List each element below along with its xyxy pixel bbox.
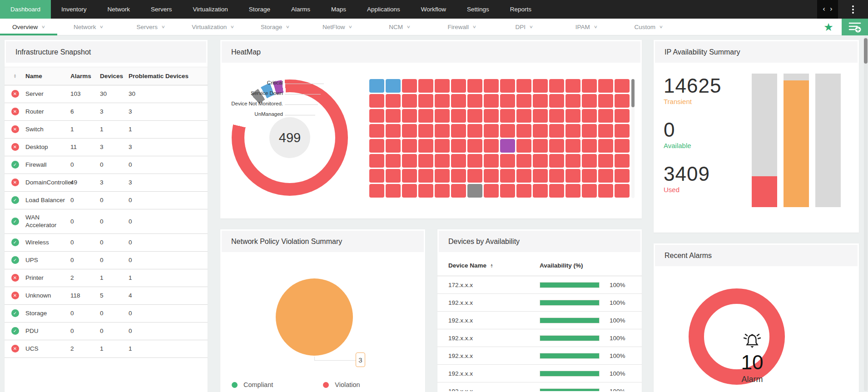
tab-netflow[interactable]: NetFlow∨ — [306, 19, 368, 35]
heatmap-cell-unmanaged[interactable] — [467, 184, 482, 198]
heatmap-cell-critical[interactable] — [467, 94, 482, 108]
heatmap-cell-critical[interactable] — [582, 79, 597, 93]
nav-scroll-right-icon[interactable]: › — [830, 6, 833, 13]
heatmap-cell-critical[interactable] — [369, 109, 384, 123]
tab-virtualization[interactable]: Virtualization∨ — [182, 19, 244, 35]
tab-dpi[interactable]: DPI∨ — [493, 19, 555, 35]
table-row[interactable]: 192.x.x.x100% — [437, 382, 642, 391]
table-row[interactable]: 192.x.x.x100% — [437, 294, 642, 312]
heatmap-cell-critical[interactable] — [435, 94, 450, 108]
heatmap-cell-critical[interactable] — [386, 139, 401, 153]
heatmap-cell-critical[interactable] — [467, 109, 482, 123]
heatmap-cell-critical[interactable] — [435, 139, 450, 153]
heatmap-cell-critical[interactable] — [516, 124, 531, 138]
heatmap-cell-critical[interactable] — [500, 169, 515, 183]
heatmap-cell-critical[interactable] — [549, 109, 564, 123]
tab-firewall[interactable]: Firewall∨ — [431, 19, 493, 35]
heatmap-cell-critical[interactable] — [451, 109, 466, 123]
table-row[interactable]: ✓UPS000 — [5, 252, 208, 269]
heatmap-cell-critical[interactable] — [516, 109, 531, 123]
heatmap-cell-critical[interactable] — [484, 184, 499, 198]
heatmap-cell-critical[interactable] — [500, 94, 515, 108]
nav-item-servers[interactable]: Servers — [140, 0, 183, 19]
heatmap-cell-critical[interactable] — [549, 139, 564, 153]
heatmap-cell-critical[interactable] — [582, 184, 597, 198]
heatmap-cell-critical[interactable] — [386, 169, 401, 183]
table-row[interactable]: ✕Printer211 — [5, 269, 208, 287]
heatmap-cell-critical[interactable] — [500, 124, 515, 138]
heatmap-cell-critical[interactable] — [565, 79, 580, 93]
heatmap-cell-critical[interactable] — [418, 184, 433, 198]
table-row[interactable]: 192.x.x.x100% — [437, 365, 642, 382]
heatmap-cell-critical[interactable] — [467, 79, 482, 93]
heatmap-cell-critical[interactable] — [418, 124, 433, 138]
heatmap-cell-critical[interactable] — [549, 169, 564, 183]
tab-network[interactable]: Network∨ — [57, 19, 119, 35]
heatmap-cell-critical[interactable] — [533, 184, 548, 198]
heatmap-cell-critical[interactable] — [369, 139, 384, 153]
heatmap-cell-critical[interactable] — [565, 109, 580, 123]
heatmap-cell-critical[interactable] — [435, 109, 450, 123]
legend-item[interactable]: UnManaged — [220, 109, 283, 119]
table-row[interactable]: ✕Unknown11854 — [5, 287, 208, 305]
heatmap-cell-critical[interactable] — [467, 154, 482, 168]
col-device-name[interactable]: Device Name ▲▼ — [448, 262, 540, 269]
heatmap-cell-critical[interactable] — [598, 154, 613, 168]
heatmap-cell-critical[interactable] — [451, 139, 466, 153]
heatmap-cell-critical[interactable] — [418, 139, 433, 153]
table-row[interactable]: ✕UCS211 — [5, 340, 208, 358]
heatmap-cell-critical[interactable] — [484, 94, 499, 108]
heatmap-cell-critical[interactable] — [435, 169, 450, 183]
heatmap-cell-device_not_monitored[interactable] — [386, 79, 401, 93]
heatmap-cell-critical[interactable] — [516, 184, 531, 198]
heatmap-cell-critical[interactable] — [516, 79, 531, 93]
heatmap-cell-critical[interactable] — [418, 169, 433, 183]
table-row[interactable]: ✕DomainController4933 — [5, 174, 208, 192]
heatmap-cell-critical[interactable] — [516, 139, 531, 153]
heatmap-cell-critical[interactable] — [402, 139, 417, 153]
table-row[interactable]: ✓Load Balancer000 — [5, 192, 208, 209]
heatmap-cell-critical[interactable] — [451, 184, 466, 198]
heatmap-cell-critical[interactable] — [598, 94, 613, 108]
heatmap-cell-critical[interactable] — [386, 124, 401, 138]
heatmap-cell-service_down[interactable] — [500, 139, 515, 153]
tab-storage[interactable]: Storage∨ — [244, 19, 306, 35]
legend-item-compliant[interactable]: Compliant — [232, 381, 273, 388]
table-row[interactable]: 192.x.x.x100% — [437, 312, 642, 329]
heatmap-cell-critical[interactable] — [484, 169, 499, 183]
heatmap-cell-critical[interactable] — [549, 124, 564, 138]
heatmap-cell-critical[interactable] — [549, 154, 564, 168]
more-menu-icon[interactable] — [838, 0, 868, 19]
nav-item-reports[interactable]: Reports — [500, 0, 542, 19]
heatmap-cell-critical[interactable] — [565, 184, 580, 198]
legend-item[interactable]: Service Down — [220, 88, 283, 99]
heatmap-cell-critical[interactable] — [484, 139, 499, 153]
nav-item-virtualization[interactable]: Virtualization — [183, 0, 238, 19]
nav-item-maps[interactable]: Maps — [321, 0, 357, 19]
heatmap-cell-critical[interactable] — [435, 79, 450, 93]
table-row[interactable]: ✕Router633 — [5, 103, 208, 121]
table-row[interactable]: ✕Desktop1133 — [5, 139, 208, 156]
heatmap-cell-critical[interactable] — [369, 169, 384, 183]
heatmap-cell-critical[interactable] — [500, 154, 515, 168]
heatmap-cell-critical[interactable] — [598, 139, 613, 153]
col-name[interactable]: Name — [25, 73, 70, 80]
heatmap-cell-critical[interactable] — [386, 184, 401, 198]
heatmap-cell-critical[interactable] — [615, 154, 630, 168]
heatmap-cell-critical[interactable] — [402, 124, 417, 138]
tab-ipam[interactable]: IPAM∨ — [555, 19, 617, 35]
heatmap-cell-critical[interactable] — [418, 154, 433, 168]
heatmap-cell-critical[interactable] — [582, 169, 597, 183]
policy-pie-chart[interactable] — [276, 278, 353, 356]
heatmap-cell-critical[interactable] — [582, 109, 597, 123]
nav-item-storage[interactable]: Storage — [238, 0, 281, 19]
tab-overview[interactable]: Overview∨ — [0, 19, 57, 35]
table-row[interactable]: ✓Firewall000 — [5, 156, 208, 174]
nav-item-alarms[interactable]: Alarms — [281, 0, 321, 19]
heatmap-cell-critical[interactable] — [402, 184, 417, 198]
heatmap-cell-critical[interactable] — [615, 109, 630, 123]
col-problematic-devices[interactable]: Problematic Devices — [129, 73, 197, 80]
heatmap-cell-critical[interactable] — [533, 94, 548, 108]
heatmap-cell-critical[interactable] — [516, 169, 531, 183]
table-row[interactable]: ✓Wireless000 — [5, 234, 208, 252]
